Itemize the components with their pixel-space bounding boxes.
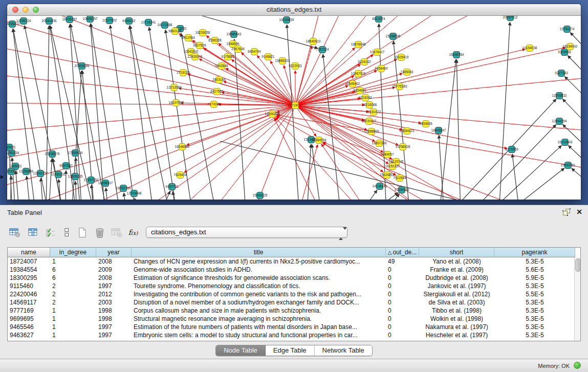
- table-row[interactable]: 946362711997Embryonic stem cells: a mode…: [8, 331, 580, 339]
- table-cell: Disruption of a novel member of a sodium…: [132, 298, 386, 307]
- table-scrollbar[interactable]: [574, 257, 580, 341]
- graph-node-label: 17957252: [84, 178, 99, 182]
- citation-edge-red: [231, 59, 295, 105]
- table-row[interactable]: 911546021997Tourette syndrome. Phenomeno…: [8, 282, 580, 290]
- graph-node-label: 11451931: [51, 172, 66, 176]
- graph-node-label: 9365031: [7, 145, 16, 149]
- graph-node-label: 14136141: [373, 184, 387, 188]
- graph-node-label: 19565443: [227, 32, 242, 36]
- citation-edge: [287, 25, 299, 200]
- delete-table-icon[interactable]: [110, 226, 123, 239]
- float-window-icon[interactable]: [562, 208, 571, 216]
- table-mode-icon[interactable]: [8, 226, 21, 239]
- table-cell: 1997: [96, 331, 132, 339]
- graph-node-label: 9175685: [221, 55, 234, 58]
- table-row[interactable]: 969969511998Structural magnetic resonanc…: [8, 315, 580, 323]
- graph-node-label: 9860123: [168, 29, 182, 33]
- table-cell: 5.3E-5: [494, 315, 575, 323]
- rows-icon[interactable]: [60, 226, 73, 239]
- table-cell: Corpus callosum shape and size in male p…: [132, 307, 386, 315]
- citation-edge: [568, 55, 581, 82]
- tab-edge-table[interactable]: Edge Table: [266, 345, 315, 356]
- tab-network-table[interactable]: Network Table: [315, 345, 372, 356]
- citation-edge: [135, 198, 137, 200]
- column-header-short[interactable]: short: [419, 248, 494, 257]
- graph-node-label: 22420046: [188, 55, 203, 58]
- graph-node-label: 12093832: [552, 94, 567, 97]
- table-cell: Dudbridge et al. (2008): [419, 274, 494, 282]
- graph-node-label: 16648784: [449, 53, 464, 56]
- graph-node-label: 15885201: [275, 59, 290, 62]
- show-column-icon[interactable]: [27, 226, 40, 239]
- table-cell: 5.3E-5: [494, 323, 575, 331]
- graph-node-label: 12444154: [552, 119, 567, 123]
- network-window-titlebar[interactable]: citations_edges.txt: [7, 4, 581, 16]
- network-canvas[interactable]: 1425527214055724206914061805528710655257…: [7, 16, 581, 200]
- graph-node-label: 8427552: [210, 90, 224, 93]
- table-cell: Tibbo et al. (1998): [419, 307, 494, 315]
- network-window: citations_edges.txt 14255272140557242069…: [7, 4, 581, 200]
- table-panel-header: Table Panel ✕: [0, 205, 588, 220]
- new-column-icon[interactable]: [76, 226, 89, 239]
- column-header-name[interactable]: name: [8, 248, 50, 257]
- graph-node-label: 18226058: [195, 31, 210, 34]
- table-cell: 18724007: [8, 257, 50, 266]
- table-row[interactable]: 1938455462009Genome-wide association stu…: [8, 266, 580, 274]
- control-panel-collapse-arrow[interactable]: [1, 175, 4, 179]
- memory-status-indicator[interactable]: [574, 362, 581, 369]
- column-checklist-icon[interactable]: [44, 226, 57, 239]
- function-builder-icon[interactable]: f(x): [126, 226, 140, 239]
- graph-node-label: 9084067: [381, 152, 394, 156]
- graph-node-label: 18640910: [306, 39, 321, 43]
- table-cell: 9777169: [8, 307, 50, 315]
- column-header-title[interactable]: title: [132, 248, 386, 257]
- graph-node-label: 16046551: [175, 145, 190, 148]
- graph-node-label: 16403547: [431, 128, 446, 132]
- table-cell: de Silva et al. (2003): [419, 298, 494, 307]
- citation-edge: [234, 39, 246, 200]
- graph-node-label: 2718120: [177, 71, 190, 74]
- table-cell: Jankovic et al. (1997): [419, 282, 494, 290]
- close-panel-icon[interactable]: ✕: [576, 208, 582, 216]
- graph-node-label: 19756928: [396, 145, 410, 148]
- table-scrollbar-thumb[interactable]: [575, 258, 581, 272]
- citation-edge: [499, 22, 510, 200]
- network-graph-svg[interactable]: 1425527214055724206914061805528710655257…: [7, 16, 581, 200]
- table-cell: 5.9E-5: [494, 274, 575, 282]
- column-header-pagerank[interactable]: pagerank: [494, 248, 575, 257]
- graph-node-label: 20087612: [503, 16, 518, 19]
- column-header-in_degree[interactable]: in_degree: [50, 248, 96, 257]
- graph-node-label: 11156889: [19, 169, 33, 173]
- graph-node-label: 10476427: [370, 50, 385, 54]
- table-cell: 9463627: [8, 331, 50, 339]
- table-cell: 9115460: [8, 282, 50, 290]
- graph-node-label: 9156469: [375, 67, 388, 70]
- graph-node-label: 18107553: [169, 101, 184, 104]
- citation-edge: [130, 26, 169, 200]
- graph-node-label: 12942757: [33, 171, 48, 175]
- table-selector-dropdown[interactable]: citations_edges.txt: [146, 227, 347, 238]
- graph-node-label: 16958107: [98, 181, 113, 185]
- table-row[interactable]: 946554611997Estimation of the future num…: [8, 323, 580, 331]
- column-header-year[interactable]: year: [96, 248, 132, 257]
- citation-edge-red: [246, 105, 295, 200]
- tab-node-table[interactable]: Node Table: [216, 345, 266, 356]
- table-row[interactable]: 1830029562008Estimation of significance …: [8, 274, 580, 282]
- table-cell: 0: [386, 298, 419, 307]
- graph-node-label: 12161072: [366, 110, 381, 114]
- graph-node-label: 19384554: [312, 138, 326, 142]
- table-row[interactable]: 977716911998Corpus callosum shape and si…: [8, 307, 580, 315]
- table-cell: 1: [50, 315, 96, 323]
- table-row[interactable]: 1872400712008Changes of HCN gene express…: [8, 257, 580, 266]
- node-table-header-row: namein_degreeyeartitle△out_de...shortpag…: [8, 248, 580, 257]
- table-cell: 1: [50, 307, 96, 315]
- table-toolbar: f(x) citations_edges.txt: [0, 223, 588, 242]
- delete-columns-icon[interactable]: [93, 226, 106, 239]
- table-cell: 1: [50, 257, 96, 266]
- graph-node-label: 18300295: [265, 112, 280, 116]
- column-header-out_de[interactable]: △out_de...: [386, 248, 419, 257]
- graph-node-label: 4170046: [207, 102, 221, 106]
- table-row[interactable]: 2242004622012Investigating the contribut…: [8, 290, 580, 298]
- table-row[interactable]: 1456911722003Disruption of a novel membe…: [8, 298, 580, 307]
- table-cell: 0: [386, 274, 419, 282]
